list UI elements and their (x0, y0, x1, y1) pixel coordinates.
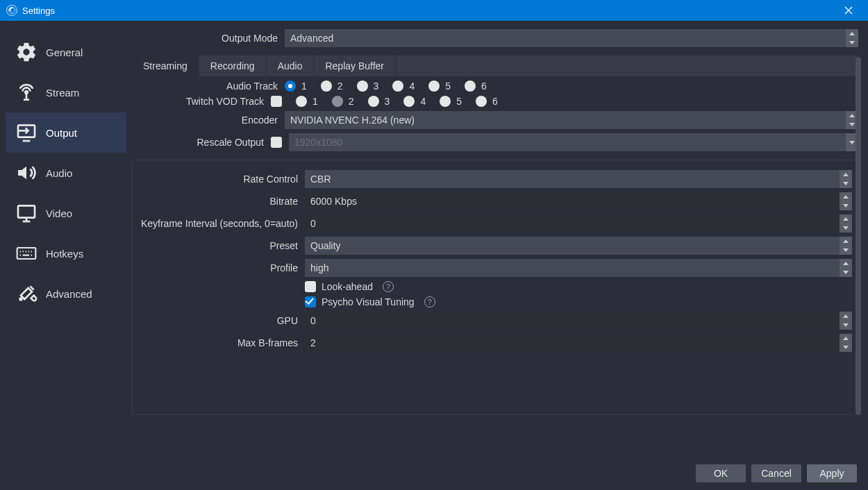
rate-control-label: Rate Control (138, 174, 305, 185)
speaker-icon (15, 162, 37, 184)
svg-marker-27 (849, 141, 855, 144)
audio-track-2[interactable] (321, 81, 332, 92)
tabs: Streaming Recording Audio Replay Buffer (132, 56, 858, 76)
tab-streaming[interactable]: Streaming (132, 56, 199, 76)
tab-recording[interactable]: Recording (199, 56, 267, 76)
sidebar-item-label: Video (46, 208, 72, 219)
psycho-label: Psycho Visual Tuning (322, 296, 415, 307)
twitch-vod-3[interactable] (368, 96, 379, 107)
ok-button[interactable]: OK (696, 464, 746, 482)
encoder-select[interactable]: NVIDIA NVENC H.264 (new) (285, 111, 858, 129)
antenna-icon (15, 81, 37, 103)
svg-marker-31 (843, 204, 849, 208)
svg-marker-37 (843, 271, 849, 274)
rescale-check[interactable] (271, 137, 282, 148)
footer: OK Cancel Apply (0, 457, 868, 490)
svg-marker-30 (843, 195, 849, 198)
audio-track-5[interactable] (428, 81, 440, 92)
audio-track-4[interactable] (392, 81, 403, 92)
keyboard-icon (15, 242, 37, 264)
sidebar-item-output[interactable]: Output (6, 112, 126, 153)
svg-marker-40 (843, 337, 849, 340)
svg-marker-24 (849, 41, 855, 44)
audio-track-3[interactable] (357, 81, 368, 92)
gpu-label: GPU (138, 315, 305, 326)
help-icon[interactable]: ? (383, 281, 394, 292)
svg-marker-38 (843, 314, 849, 318)
svg-point-0 (7, 6, 17, 16)
twitch-vod-2[interactable] (332, 96, 343, 107)
titlebar: Settings (0, 0, 868, 21)
svg-marker-26 (849, 123, 855, 126)
output-icon (15, 121, 37, 144)
sidebar-item-label: Output (46, 127, 77, 139)
close-button[interactable] (835, 0, 862, 21)
lookahead-check[interactable] (305, 281, 316, 292)
window-title: Settings (22, 6, 55, 16)
twitch-vod-group: 1 2 3 4 5 6 (271, 96, 498, 107)
svg-point-22 (20, 298, 22, 301)
svg-marker-34 (843, 239, 849, 243)
svg-rect-13 (17, 248, 36, 259)
help-icon[interactable]: ? (424, 296, 435, 307)
audio-track-group: 1 2 3 4 5 6 (285, 81, 487, 92)
svg-marker-35 (843, 248, 849, 252)
gear-icon (15, 41, 37, 63)
sidebar-item-label: General (46, 47, 83, 58)
output-mode-stepper[interactable] (846, 29, 858, 47)
scrollbar-thumb[interactable] (856, 57, 861, 415)
encoder-label: Encoder (132, 115, 285, 126)
audio-track-6[interactable] (465, 81, 476, 92)
psycho-check[interactable] (305, 296, 316, 307)
sidebar: General Stream Output Audio Video Hotkey… (6, 26, 126, 457)
audio-track-label: Audio Track (132, 81, 285, 92)
svg-point-4 (25, 91, 27, 93)
sidebar-item-label: Stream (46, 87, 79, 99)
rescale-input[interactable]: 1920x1080 (289, 133, 858, 151)
output-mode-select[interactable]: Advanced (285, 29, 858, 47)
svg-marker-23 (849, 32, 855, 35)
twitch-vod-label: Twitch VOD Track (132, 96, 271, 107)
svg-marker-25 (849, 114, 855, 117)
sidebar-item-hotkeys[interactable]: Hotkeys (6, 233, 126, 273)
keyframe-label: Keyframe Interval (seconds, 0=auto) (138, 218, 305, 229)
svg-marker-36 (843, 262, 849, 265)
monitor-icon (15, 202, 37, 224)
profile-label: Profile (138, 262, 305, 273)
preset-label: Preset (138, 240, 305, 251)
twitch-vod-6[interactable] (476, 96, 487, 107)
sidebar-item-video[interactable]: Video (6, 193, 126, 233)
svg-marker-41 (843, 346, 849, 349)
preset-select[interactable]: Quality (305, 237, 852, 255)
bitrate-input[interactable]: 6000 Kbps (305, 192, 852, 210)
twitch-vod-1[interactable] (296, 96, 307, 107)
svg-marker-29 (843, 182, 849, 185)
rescale-label: Rescale Output (132, 137, 271, 148)
apply-button[interactable]: Apply (807, 464, 857, 482)
tools-icon (15, 282, 37, 305)
maxb-input[interactable]: 2 (305, 334, 852, 352)
keyframe-input[interactable]: 0 (305, 214, 852, 233)
sidebar-item-stream[interactable]: Stream (6, 72, 126, 112)
main-panel: Output Mode Advanced Streaming Recording… (132, 26, 862, 457)
sidebar-item-label: Advanced (46, 288, 92, 300)
obs-icon (6, 4, 18, 17)
tab-audio[interactable]: Audio (267, 56, 315, 76)
sidebar-item-label: Hotkeys (46, 248, 83, 260)
sidebar-item-general[interactable]: General (6, 32, 126, 72)
sidebar-item-audio[interactable]: Audio (6, 153, 126, 193)
sidebar-item-advanced[interactable]: Advanced (6, 273, 126, 314)
bitrate-label: Bitrate (138, 196, 305, 207)
tab-replay-buffer[interactable]: Replay Buffer (314, 56, 396, 76)
audio-track-1[interactable] (285, 81, 296, 92)
twitch-vod-enable[interactable] (271, 96, 282, 107)
maxb-label: Max B-frames (138, 337, 305, 348)
output-mode-label: Output Mode (132, 33, 285, 44)
twitch-vod-5[interactable] (440, 96, 451, 107)
scrollbar[interactable] (856, 57, 861, 415)
profile-select[interactable]: high (305, 259, 852, 277)
gpu-input[interactable]: 0 (305, 312, 852, 330)
cancel-button[interactable]: Cancel (751, 464, 801, 482)
twitch-vod-4[interactable] (403, 96, 415, 107)
rate-control-select[interactable]: CBR (305, 170, 852, 188)
